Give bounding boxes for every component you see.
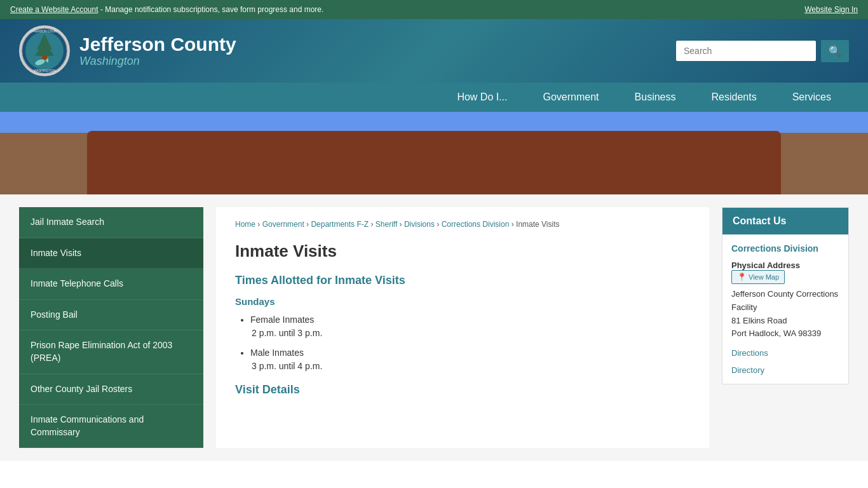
search-button[interactable]: 🔍 (821, 40, 849, 62)
content-area: Home › Government › Departments F-Z › Sh… (216, 207, 709, 448)
main-nav: How Do I... Government Business Resident… (0, 83, 868, 112)
nav-item-residents[interactable]: Residents (693, 83, 774, 112)
breadcrumb-home[interactable]: Home (235, 220, 255, 229)
directions-link[interactable]: Directions (731, 348, 839, 358)
create-account-link[interactable]: Create a Website Account (10, 5, 98, 14)
sidebar-item-other-county-jail-rosters[interactable]: Other County Jail Rosters (19, 374, 203, 405)
visit-time-female: 2 p.m. until 3 p.m. (250, 327, 690, 340)
logo-circle: JEFFERSON COUNTY WASHINGTON (19, 25, 70, 76)
search-input[interactable] (676, 41, 816, 61)
logo-text-area: Jefferson County Washington (79, 34, 236, 68)
sidebar-item-posting-bail[interactable]: Posting Bail (19, 300, 203, 331)
sundays-heading: Sundays (235, 296, 690, 307)
section-heading-details: Visit Details (235, 383, 690, 396)
list-item: Female Inmates 2 p.m. until 3 p.m. (250, 313, 690, 340)
list-item: Male Inmates 3 p.m. until 4 p.m. (250, 346, 690, 373)
right-sidebar: Contact Us Corrections Division Physical… (722, 207, 849, 448)
contact-box: Contact Us Corrections Division Physical… (722, 207, 849, 384)
org-subtitle: Washington (79, 55, 236, 68)
visit-type-male: Male Inmates (250, 348, 304, 358)
main-content: Jail Inmate Search Inmate Visits Inmate … (0, 194, 868, 461)
sidebar-item-prea[interactable]: Prison Rape Elimination Act of 2003 (PRE… (19, 330, 203, 374)
sidebar-item-inmate-visits[interactable]: Inmate Visits (19, 238, 203, 269)
page-title: Inmate Visits (235, 241, 690, 261)
nav-item-how-do-i[interactable]: How Do I... (439, 83, 525, 112)
svg-text:WASHINGTON: WASHINGTON (34, 69, 56, 72)
org-name: Jefferson County (79, 34, 236, 55)
nav-item-government[interactable]: Government (526, 83, 617, 112)
header: JEFFERSON COUNTY WASHINGTON Jefferson Co… (0, 19, 868, 83)
visit-list: Female Inmates 2 p.m. until 3 p.m. Male … (235, 313, 690, 373)
sidebar-item-jail-inmate-search[interactable]: Jail Inmate Search (19, 207, 203, 238)
nav-item-business[interactable]: Business (617, 83, 694, 112)
breadcrumb-government[interactable]: Government (262, 220, 304, 229)
view-map-button[interactable]: 📍 View Map (731, 270, 785, 284)
top-bar-left: Create a Website Account - Manage notifi… (10, 5, 323, 14)
sidebar-item-inmate-telephone-calls[interactable]: Inmate Telephone Calls (19, 269, 203, 300)
address-section: Physical Address 📍 View Map (731, 260, 839, 284)
visit-time-male: 3 p.m. until 4 p.m. (250, 360, 690, 373)
search-area: 🔍 (676, 40, 849, 62)
section-heading-times: Times Allotted for Inmate Visits (235, 274, 690, 287)
contact-header: Contact Us (722, 208, 848, 234)
svg-text:JEFFERSON COUNTY: JEFFERSON COUNTY (28, 29, 62, 33)
sidebar-item-inmate-communications[interactable]: Inmate Communications and Commissary (19, 405, 203, 448)
breadcrumb-sheriff[interactable]: Sheriff (376, 220, 397, 229)
nav-item-services[interactable]: Services (775, 83, 849, 112)
breadcrumb-departments[interactable]: Departments F-Z (311, 220, 369, 229)
logo-svg: JEFFERSON COUNTY WASHINGTON (21, 27, 68, 74)
breadcrumb-corrections[interactable]: Corrections Division (442, 220, 510, 229)
contact-body: Corrections Division Physical Address 📍 … (722, 234, 848, 384)
breadcrumb-current: Inmate Visits (516, 220, 559, 229)
visit-type-female: Female Inmates (250, 315, 314, 325)
breadcrumb: Home › Government › Departments F-Z › Sh… (235, 220, 690, 229)
logo-area: JEFFERSON COUNTY WASHINGTON Jefferson Co… (19, 25, 236, 76)
top-bar: Create a Website Account - Manage notifi… (0, 0, 868, 19)
directory-link[interactable]: Directory (731, 365, 839, 375)
sidebar: Jail Inmate Search Inmate Visits Inmate … (19, 207, 203, 448)
sign-in-link[interactable]: Website Sign In (804, 5, 858, 14)
division-name: Corrections Division (731, 243, 839, 254)
hero-image (0, 112, 868, 194)
map-pin-icon: 📍 (737, 273, 747, 281)
address-text: Jefferson County Corrections Facility 81… (731, 288, 839, 341)
breadcrumb-divisions[interactable]: Divisions (404, 220, 435, 229)
address-label: Physical Address (731, 261, 800, 270)
